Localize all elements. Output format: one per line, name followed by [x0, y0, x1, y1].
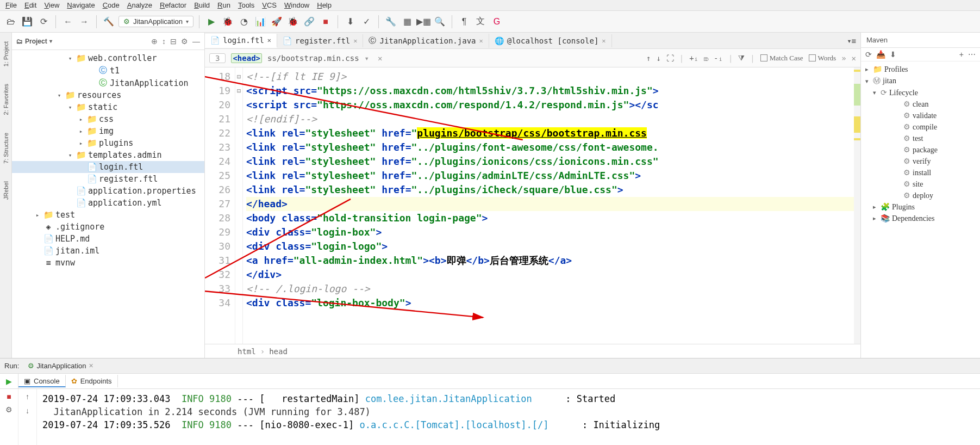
tree-static[interactable]: ▾📁static — [12, 101, 204, 113]
endpoints-tab[interactable]: ✿Endpoints — [66, 375, 118, 387]
download-icon[interactable]: ⬇ — [890, 50, 896, 59]
maven-validate[interactable]: ⚙validate — [861, 110, 980, 121]
words-checkbox[interactable]: Words — [809, 54, 837, 63]
debug-icon[interactable]: 🐞 — [221, 15, 234, 28]
back-icon[interactable]: ← — [61, 15, 74, 28]
menu-tools[interactable]: Tools — [238, 1, 254, 9]
maven-profiles[interactable]: ▸📁Profiles — [861, 64, 980, 75]
breadcrumb-head[interactable]: head — [269, 347, 288, 356]
tree-t1[interactable]: Ⓒt1 — [12, 64, 204, 77]
run-icon[interactable]: ▶ — [205, 15, 218, 28]
tree-register-ftl[interactable]: 📄register.ftl — [12, 173, 204, 185]
menu-analyze[interactable]: Analyze — [127, 1, 152, 9]
menu-help[interactable]: Help — [317, 1, 332, 9]
rerun-icon[interactable]: ▶ — [0, 374, 18, 388]
tree-img[interactable]: ▸📁img — [12, 125, 204, 137]
rail-project[interactable]: 1: Project — [2, 38, 10, 70]
attach-icon[interactable]: 🔗 — [303, 15, 316, 28]
project-structure-icon[interactable]: ▦ — [401, 15, 414, 28]
wrench-icon[interactable]: 🔧 — [384, 15, 397, 28]
menu-run[interactable]: Run — [217, 1, 230, 9]
tree-help-md[interactable]: 📄HELP.md — [12, 233, 204, 245]
menu-code[interactable]: Code — [103, 1, 120, 9]
console-output[interactable]: 2019-07-24 17:09:33.043 INFO 9180 --- [ … — [37, 389, 980, 445]
paragraph-icon[interactable]: ¶ — [458, 15, 471, 28]
breadcrumb-bar[interactable]: html›head — [205, 344, 860, 358]
maven-jitan[interactable]: ▾Ⓜjitan — [861, 75, 980, 87]
prev-match-icon[interactable]: ↑ — [646, 54, 651, 63]
maven-package[interactable]: ⚙package — [861, 144, 980, 156]
sync-icon[interactable]: ⟳ — [37, 15, 50, 28]
find-close2-icon[interactable]: ✕ — [852, 54, 856, 63]
stop-run-icon[interactable]: ■ — [7, 392, 11, 401]
tree-test[interactable]: ▸📁test — [12, 209, 204, 221]
project-panel-title[interactable]: 🗂 Project ▾ — [16, 38, 52, 45]
fold-column[interactable]: ⊟⊟ — [235, 67, 243, 344]
reimport-icon[interactable]: ⟳ — [865, 50, 872, 59]
tab-list-icon[interactable]: ▾≡ — [847, 36, 856, 45]
run-anything-icon[interactable]: ▶▦ — [417, 15, 430, 28]
run-settings-icon[interactable]: ⚙ — [5, 405, 13, 414]
generate-icon[interactable]: 📥 — [876, 50, 885, 59]
tree-jitan-iml[interactable]: 📄jitan.iml — [12, 245, 204, 257]
maven-compile[interactable]: ⚙compile — [861, 121, 980, 133]
save-all-icon[interactable]: 💾 — [21, 15, 34, 28]
maven-clean[interactable]: ⚙clean — [861, 98, 980, 110]
forward-icon[interactable]: → — [78, 15, 91, 28]
project-tree[interactable]: ▾📁web.controllerⒸt1ⒸJitanApplication▾📁re… — [12, 50, 204, 358]
vcs-update-icon[interactable]: ⬇ — [344, 15, 357, 28]
select-all-icon[interactable]: ⎄ — [704, 54, 708, 63]
menu-bar[interactable]: FileEditViewNavigateCodeAnalyzeRefactorB… — [0, 0, 980, 11]
tree-resources[interactable]: ▾📁resources — [12, 89, 204, 101]
maven-site[interactable]: ⚙site — [861, 178, 980, 190]
rail-jrebel[interactable]: JRebel — [2, 178, 10, 203]
maven-lifecycle[interactable]: ▾⟳Lifecycle — [861, 87, 980, 98]
tab-register-ftl[interactable]: 📄register.ftl✕ — [277, 34, 363, 47]
minimap[interactable] — [854, 67, 860, 344]
menu-window[interactable]: Window — [284, 1, 309, 9]
menu-navigate[interactable]: Navigate — [67, 1, 95, 9]
tree-css[interactable]: ▸📁css — [12, 113, 204, 125]
maven-install[interactable]: ⚙install — [861, 167, 980, 178]
hide-icon[interactable]: — — [192, 37, 200, 46]
tree-application-properties[interactable]: 📄application.properties — [12, 185, 204, 197]
find-more-icon[interactable]: » — [841, 54, 846, 63]
find-close-icon[interactable]: ✕ — [378, 54, 382, 63]
coverage-icon[interactable]: ◔ — [238, 15, 251, 28]
find-input[interactable]: ss/bootstrap.min.css — [267, 54, 359, 63]
tree-web-controller[interactable]: ▾📁web.controller — [12, 52, 204, 64]
tree-plugins[interactable]: ▸📁plugins — [12, 137, 204, 149]
build-icon[interactable]: 🔨 — [102, 15, 115, 28]
expand-icon[interactable]: ↕ — [162, 37, 166, 46]
run-tab-app[interactable]: ⚙ JitanApplication ✕ — [23, 361, 97, 371]
down-icon[interactable]: ↓ — [26, 406, 29, 415]
tree--gitignore[interactable]: ◈.gitignore — [12, 221, 204, 233]
rail-structure[interactable]: 7: Structure — [2, 129, 10, 167]
jrebel-run-icon[interactable]: 🚀 — [270, 15, 283, 28]
translate-icon[interactable]: 文 — [474, 15, 487, 28]
google-icon[interactable]: G — [490, 15, 503, 28]
tab--localhost--console-[interactable]: 🌐@localhost [console]✕ — [489, 34, 612, 47]
profile-icon[interactable]: 📊 — [254, 15, 267, 28]
stop-icon[interactable]: ■ — [319, 15, 332, 28]
tree-mvnw[interactable]: ≡mvnw — [12, 257, 204, 269]
tab-jitanapplication-java[interactable]: ⒸJitanApplication.java✕ — [363, 34, 489, 48]
menu-build[interactable]: Build — [194, 1, 210, 9]
settings-icon[interactable]: ⚙ — [181, 37, 188, 46]
maven-more-icon[interactable]: ⋯ — [968, 50, 976, 59]
add-icon[interactable]: + — [959, 50, 964, 59]
up-icon[interactable]: ↑ — [26, 392, 29, 401]
menu-refactor[interactable]: Refactor — [160, 1, 186, 9]
remove-selection-icon[interactable]: -ᵢ — [714, 54, 723, 63]
menu-edit[interactable]: Edit — [24, 1, 36, 9]
find-all-icon[interactable]: ⛶ — [666, 54, 674, 63]
run-config-selector[interactable]: ⚙ JitanApplication ▾ — [118, 16, 193, 27]
search-icon[interactable]: 🔍 — [433, 15, 446, 28]
menu-view[interactable]: View — [44, 1, 59, 9]
console-tab[interactable]: ▣Console — [18, 375, 66, 387]
maven-plugins[interactable]: ▸🧩Plugins — [861, 201, 980, 213]
next-match-icon[interactable]: ↓ — [656, 54, 660, 63]
maven-dependencies[interactable]: ▸📚Dependencies — [861, 213, 980, 224]
select-opened-icon[interactable]: ⊕ — [151, 37, 158, 46]
maven-test[interactable]: ⚙test — [861, 133, 980, 144]
